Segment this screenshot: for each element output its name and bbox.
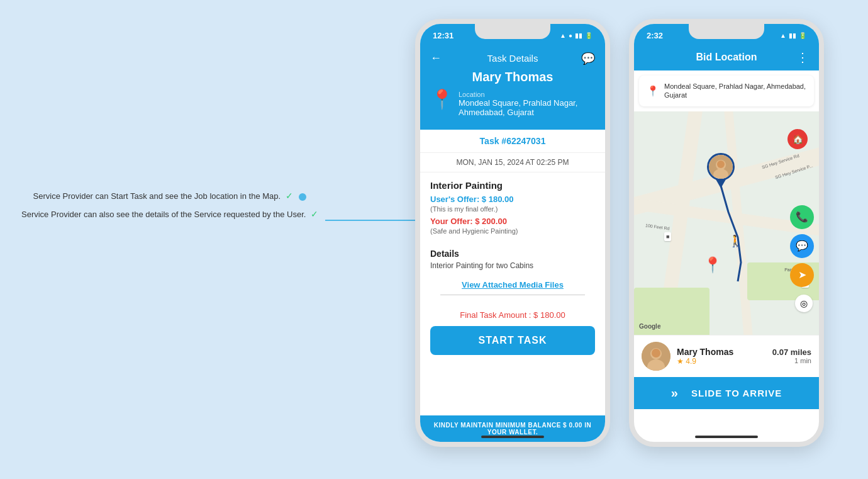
connector-dot: [299, 193, 306, 201]
phone-task-details: 12:31 ▲ ● ▮▮ 🔋 ← Task Details 💬 Mary Tho…: [415, 19, 610, 447]
map-area[interactable]: 🏠: [634, 111, 819, 335]
phone2-bottom-bar: [695, 436, 758, 438]
phone-bid-location: 2:32 ▲ ▮▮ 🔋 Bid Location ⋮ 📍 Mondeal Squ…: [629, 19, 824, 447]
map-destination-marker: 📍: [703, 256, 722, 274]
annotation-text-1: Service Provider can Start Task and see …: [33, 191, 281, 201]
task-date: MON, JAN 15, 2024 AT 02:25 PM: [420, 153, 605, 172]
slide-arrows-icon: »SLIDE TO ARRIVE: [671, 386, 782, 400]
check-icon-2: ✓: [311, 207, 318, 221]
users-offer-value: User's Offer: $ 180.00: [430, 194, 513, 204]
phone1-header: ← Task Details 💬 Mary Thomas 📍 Location …: [420, 47, 605, 130]
search-text: Mondeal Square, Prahlad Nagar, Ahmedabad…: [664, 82, 806, 100]
phone1-status-icons: ▲ ● ▮▮ 🔋: [560, 32, 593, 39]
map-marker-red: 🏠: [787, 129, 808, 149]
annotation-area: Service Provider can Start Task and see …: [19, 189, 321, 225]
slide-to-arrive-button[interactable]: »SLIDE TO ARRIVE: [634, 377, 819, 409]
your-offer-value: Your Offer: $ 200.00: [430, 217, 507, 226]
details-text: Interior Painting for two Cabins: [430, 261, 595, 270]
annotation-line-2: Service Provider can also see the detail…: [19, 207, 321, 222]
annotation-text-2: Service Provider can also see the detail…: [21, 210, 306, 219]
phone1-bottom-bar: [481, 436, 544, 438]
your-offer-row: Your Offer: $ 200.00: [430, 217, 595, 226]
driver-avatar: [642, 342, 670, 371]
back-button[interactable]: ←: [430, 52, 442, 65]
annotation-line-1: Service Provider can Start Task and see …: [19, 189, 321, 203]
location-pin-icon: 📍: [430, 88, 453, 110]
phone2-time: 2:32: [647, 31, 663, 40]
svg-point-10: [717, 161, 725, 168]
more-button[interactable]: ⋮: [796, 50, 809, 65]
task-id-bar: Task #62247031: [420, 130, 605, 153]
view-media-link[interactable]: View Attached Media Files: [440, 275, 585, 295]
driver-distance: 0.07 miles: [772, 347, 811, 357]
your-offer-note: (Safe and Hygienic Painting): [430, 227, 595, 235]
chat-button[interactable]: 💬: [581, 52, 595, 65]
map-route-figure: 🚶: [728, 234, 742, 248]
final-amount: Final Task Amount : $ 180.00: [420, 304, 605, 326]
users-offer-note: (This is my final offer.): [430, 205, 595, 213]
users-offer-row: User's Offer: $ 180.00: [430, 194, 595, 204]
phone2-status-icons: ▲ ▮▮ 🔋: [780, 32, 806, 39]
map-user-marker: [707, 153, 735, 188]
svg-point-14: [652, 349, 660, 358]
location-info: Location Mondeal Square, Prahlad Nagar, …: [459, 91, 595, 117]
location-address: Mondeal Square, Prahlad Nagar, Ahmedabad…: [459, 98, 595, 117]
phone2-header: Bid Location ⋮: [634, 47, 819, 70]
driver-info: Mary Thomas ★ 4.9: [677, 347, 766, 366]
double-chevron-icon: »: [671, 386, 679, 400]
location-label: Location: [459, 91, 595, 98]
phone1-header-title: Task Details: [430, 53, 595, 64]
driver-rating: ★ 4.9: [677, 357, 766, 366]
search-bar: 📍 Mondeal Square, Prahlad Nagar, Ahmedab…: [639, 76, 814, 106]
driver-card: Mary Thomas ★ 4.9 0.07 miles 1 min: [634, 335, 819, 377]
phone1-notch: [475, 24, 550, 39]
phone1-time: 12:31: [433, 31, 453, 40]
phone2-header-title: Bid Location: [696, 52, 757, 63]
search-pin-icon: 📍: [647, 85, 659, 97]
driver-time: 1 min: [772, 357, 811, 364]
driver-distance-info: 0.07 miles 1 min: [772, 347, 811, 364]
check-icon-1: ✓: [286, 189, 293, 203]
start-task-button[interactable]: START TASK: [430, 326, 595, 355]
details-title: Details: [430, 249, 595, 259]
driver-name: Mary Thomas: [677, 347, 766, 357]
details-section: Details Interior Painting for two Cabins…: [420, 249, 605, 304]
phone2-notch: [689, 24, 764, 39]
task-service-section: Interior Painting User's Offer: $ 180.00…: [420, 172, 605, 249]
location-section: 📍 Location Mondeal Square, Prahlad Nagar…: [430, 91, 595, 117]
task-user-name: Mary Thomas: [430, 70, 595, 84]
phone1-content: Task #62247031 MON, JAN 15, 2024 AT 02:2…: [420, 130, 605, 361]
service-title: Interior Painting: [430, 180, 595, 191]
phones-container: 12:31 ▲ ● ▮▮ 🔋 ← Task Details 💬 Mary Tho…: [415, 19, 824, 447]
